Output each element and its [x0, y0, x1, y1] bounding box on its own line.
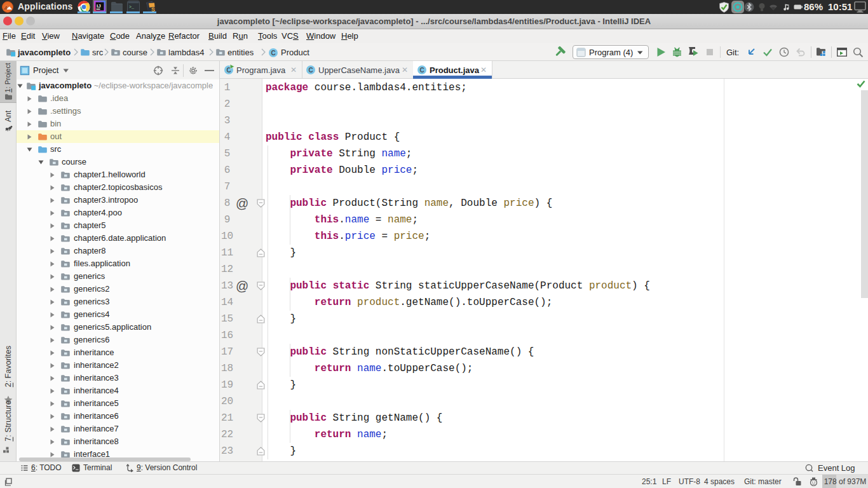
svg-text:IJ: IJ — [97, 3, 101, 9]
svg-text:C: C — [419, 67, 424, 74]
svg-text:>_: >_ — [129, 5, 134, 10]
svg-text:C: C — [308, 67, 313, 74]
svg-text:C: C — [271, 50, 275, 57]
